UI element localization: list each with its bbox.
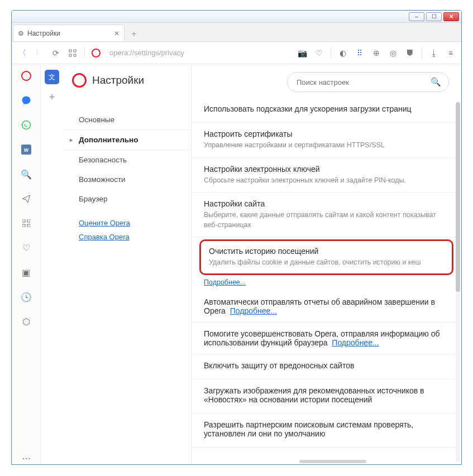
search-icon[interactable]: 🔍 [20,168,32,180]
speed-dial-icon[interactable] [68,48,78,58]
forward-button[interactable]: 〉 [34,48,44,58]
main-body: w 🔍 ♡ ▣ 🕓 ⬡ ⋯ 文 + Настройки [12,64,461,464]
horizontal-scrollbar-thumb[interactable] [299,460,366,463]
separator [84,47,85,59]
settings-content: 🔍 Использовать подсказки для ускорения з… [192,64,461,464]
messenger-icon[interactable] [20,94,32,107]
history-icon[interactable]: 🕓 [20,291,32,303]
new-tab-button[interactable]: + [127,27,141,41]
send-icon[interactable] [20,193,32,205]
browser-window: – ☐ ✕ ⚙ Настройки ✕ + 〈 〉 ⟳ opera://sett… [11,10,462,465]
setting-title: Настроить сертификаты [204,129,449,138]
setting-news-images[interactable]: Загружать изображения для рекомендованны… [192,379,461,414]
toolbar: 〈 〉 ⟳ opera://settings/privacy 📷 ♡ ◐ ⠿ ⊕… [12,42,461,64]
heart-icon[interactable]: ♡ [314,48,324,58]
nav-security[interactable]: Безопасность [63,150,191,170]
settings-header: Настройки [63,73,191,99]
learn-more-link[interactable]: Подробнее... [230,306,277,315]
downloads-icon[interactable]: ⭳ [429,48,439,58]
svg-rect-8 [27,219,30,222]
setting-clear-browsing-data[interactable]: Очистить историю посещений Удалить файлы… [199,239,453,275]
separator [331,47,331,59]
window-minimize-button[interactable]: – [409,12,424,21]
heart-icon[interactable]: ♡ [20,242,32,254]
learn-more-link[interactable]: Подробнее... [332,338,379,347]
nav-basic[interactable]: Основные [63,110,191,129]
window-close-button[interactable]: ✕ [443,12,459,21]
setting-title: Настройки электронных ключей [204,165,449,174]
adblock-icon[interactable]: ◐ [338,48,348,58]
svg-rect-7 [22,219,25,222]
more-icon[interactable]: ⋯ [20,452,32,464]
translate-workspace-icon[interactable]: 文 [45,70,59,84]
add-workspace-button[interactable]: + [45,90,59,104]
setting-crash-reports[interactable]: Автоматически отправлять отчеты об авари… [192,291,461,323]
nav-features[interactable]: Возможности [63,170,191,189]
vk-icon[interactable]: w [20,143,32,156]
setting-usage-stats[interactable]: Помогите усовершенствовать Opera, отправ… [192,323,461,354]
left-rail: w 🔍 ♡ ▣ 🕓 ⬡ ⋯ [12,64,41,464]
setting-desc: Управление настройками и сертификатами H… [204,141,449,151]
setting-partner-search[interactable]: Разрешить партнерским поисковым системам… [192,414,461,448]
separator [422,47,422,59]
toolbar-right-icons: 📷 ♡ ◐ ⠿ ⊕ ◎ ⛊ ⭳ ≡ [297,47,456,59]
svg-rect-2 [69,54,71,56]
settings-links: Оцените Opera Справка Opera [63,209,191,241]
setting-title: Автоматически отправлять отчеты об авари… [204,297,435,315]
opera-logo-icon[interactable] [20,70,32,82]
setting-site-settings[interactable]: Настройки сайта Выберите, какие данные о… [192,193,461,237]
news-icon[interactable]: ▣ [20,266,32,278]
setting-title: Разрешить партнерским поисковым системам… [204,420,449,438]
window-titlebar: – ☐ ✕ [12,11,461,23]
tab-strip: ⚙ Настройки ✕ + [12,23,461,42]
settings-title: Настройки [92,74,144,86]
settings-search: 🔍 [287,72,449,92]
svg-rect-9 [22,224,25,227]
setting-title: Помогите усовершенствовать Opera, отправ… [204,329,440,347]
workspace-icon[interactable]: ⬡ [20,315,32,328]
settings-search-input[interactable] [287,72,449,92]
setting-desc: Выберите, какие данные отправлять сайтам… [204,210,449,230]
setting-title: Использовать подсказки для ускорения заг… [204,104,449,113]
reload-button[interactable]: ⟳ [51,48,61,58]
window-maximize-button[interactable]: ☐ [426,12,442,21]
nav-advanced[interactable]: Дополнительно [63,129,191,150]
setting-title: Загружать изображения для рекомендованны… [204,386,449,404]
setting-title: Включить защиту от вредоносных сайтов [204,361,449,370]
setting-preload-hints[interactable]: Использовать подсказки для ускорения заг… [192,102,461,123]
scrollbar[interactable] [456,102,460,462]
back-button[interactable]: 〈 [17,48,27,58]
opera-logo-icon [92,49,101,57]
nav-browser[interactable]: Браузер [63,189,191,209]
setting-title: Очистить историю посещений [209,247,444,256]
gear-icon: ⚙ [18,30,24,37]
setting-desc: Сбросьте настройки электронных ключей и … [204,176,449,186]
tab-close-icon[interactable]: ✕ [114,30,120,37]
scrollbar-thumb[interactable] [456,102,460,292]
vpn-icon[interactable]: ⊕ [371,48,381,58]
tab-settings[interactable]: ⚙ Настройки ✕ [13,25,125,41]
translate-icon[interactable]: ⠿ [355,48,365,58]
whatsapp-icon[interactable] [20,119,32,131]
svg-rect-10 [27,224,30,227]
address-bar[interactable]: opera://settings/privacy [107,49,290,57]
learn-more-link[interactable]: Подробнее... [204,278,246,286]
svg-rect-3 [74,54,76,56]
extensions-icon[interactable] [20,217,32,229]
search-icon: 🔍 [431,77,441,87]
setting-desc: Удалить файлы cookie и данные сайтов, оч… [209,258,444,268]
svg-point-4 [22,121,30,129]
sync-icon[interactable]: ◎ [388,48,398,58]
rate-opera-link[interactable]: Оцените Opera [79,219,180,227]
svg-rect-0 [69,50,71,52]
snapshot-icon[interactable]: 📷 [297,48,307,58]
setting-title: Настройки сайта [204,199,449,208]
help-opera-link[interactable]: Справка Opera [79,233,180,241]
setting-certificates[interactable]: Настроить сертификаты Управление настрой… [192,123,461,158]
tab-title: Настройки [27,30,60,37]
shield-icon[interactable]: ⛊ [405,48,415,58]
svg-rect-1 [74,50,76,52]
setting-security-keys[interactable]: Настройки электронных ключей Сбросьте на… [192,158,461,193]
setting-malware-protection[interactable]: Включить защиту от вредоносных сайтов [192,354,461,379]
easy-setup-icon[interactable]: ≡ [446,48,456,58]
